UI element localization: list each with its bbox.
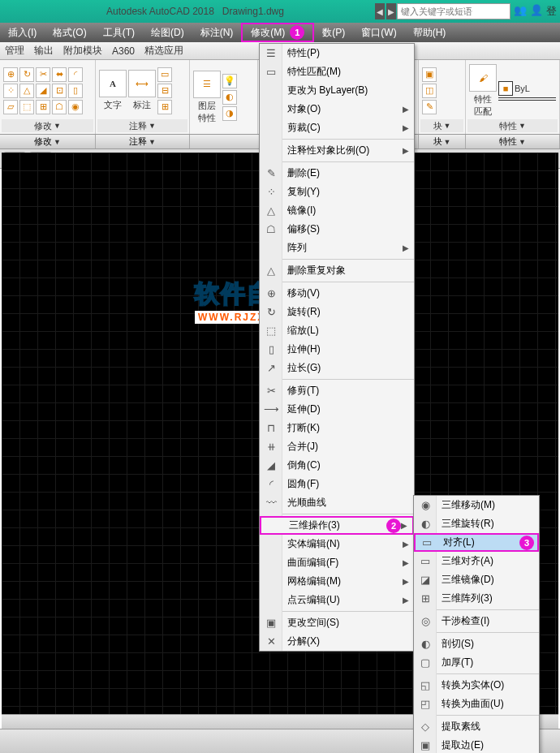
menu-item[interactable]: ⧺合并(J) — [260, 437, 414, 456]
submenu-item[interactable]: ⊞三维阵列(3) — [414, 589, 539, 608]
menu-item[interactable]: ✕分解(X) — [260, 632, 414, 651]
submenu-item[interactable]: ◎干涉检查(I) — [414, 612, 539, 630]
menu-绘图D[interactable]: 绘图(D) — [143, 23, 192, 42]
menu-item-icon: ▯ — [260, 340, 282, 359]
submenu-item[interactable]: ◇提取素线 — [414, 717, 539, 736]
search-input[interactable] — [397, 3, 510, 19]
menu-标注N[interactable]: 标注(N) — [192, 23, 242, 42]
menu-item[interactable]: 对象(O)▶ — [260, 100, 414, 118]
menu-item[interactable]: ◜圆角(F) — [260, 475, 414, 493]
menu-item[interactable]: 更改为 ByLayer(B) — [260, 81, 414, 100]
tool-icon[interactable]: ✂ — [36, 67, 50, 82]
tool-icon[interactable]: ⊡ — [52, 84, 67, 98]
ribbon-tab[interactable]: 附加模块 — [63, 44, 102, 58]
menu-item[interactable]: ↗拉长(G) — [260, 359, 414, 377]
menu-item[interactable]: ↻旋转(R) — [260, 303, 414, 321]
submenu-item[interactable]: ◉三维移动(M) — [414, 496, 539, 514]
submenu-item[interactable]: ▭对齐(L)3 — [414, 533, 539, 552]
menu-工具T[interactable]: 工具(T) — [95, 23, 143, 42]
color-label: ByL — [515, 84, 530, 93]
menu-item[interactable]: △镜像(I) — [260, 201, 414, 220]
nav-right-icon[interactable]: ▶ — [386, 3, 396, 19]
tool-icon[interactable]: ⬌ — [52, 67, 67, 82]
menu-item[interactable]: ⊓打断(K) — [260, 419, 414, 437]
tool-icon[interactable]: ✎ — [422, 100, 437, 114]
menu-数P[interactable]: 数(P) — [314, 23, 353, 42]
tool-icon[interactable]: ◜ — [68, 67, 83, 82]
tool-icon[interactable]: ◫ — [422, 84, 437, 98]
menu-item[interactable]: ▭特性匹配(M) — [260, 62, 414, 81]
menu-item[interactable]: ◢倒角(C) — [260, 456, 414, 475]
ribbon-tab[interactable]: 输出 — [34, 44, 54, 58]
menu-item[interactable]: ☰特性(P) — [260, 44, 414, 62]
menu-插入I[interactable]: 插入(I) — [0, 23, 45, 42]
menu-item[interactable]: 阵列▶ — [260, 239, 414, 257]
submenu-item[interactable]: ▢加厚(T) — [414, 653, 539, 672]
layer-props-button[interactable]: ☰ 图层 特性 — [193, 71, 221, 124]
tool-icon[interactable]: ▯ — [68, 84, 83, 98]
panel-title: 注释▼ — [97, 119, 187, 132]
submenu-item[interactable]: ▭三维对齐(A) — [414, 552, 539, 570]
menu-item-icon: △ — [260, 261, 282, 280]
submenu-item[interactable]: ◐剖切(S) — [414, 635, 539, 653]
tool-icon[interactable]: ▭ — [157, 67, 172, 82]
tool-icon[interactable]: ⊞ — [157, 100, 172, 114]
tool-icon[interactable]: ⊞ — [36, 100, 50, 114]
match-props-button[interactable]: 🖌 特性 匹配 — [469, 64, 497, 118]
submenu-item[interactable]: ◐三维旋转(R) — [414, 514, 539, 533]
tool-icon[interactable]: ⁘ — [3, 84, 18, 98]
menu-item[interactable]: ☖偏移(S) — [260, 220, 414, 239]
menu-item[interactable]: ✎删除(E) — [260, 164, 414, 183]
tool-icon[interactable]: ⊟ — [157, 84, 172, 98]
dim-button[interactable]: ⟷ 标注 — [128, 70, 156, 111]
menu-item[interactable]: ✂修剪(T) — [260, 381, 414, 400]
menu-item[interactable]: ⟶延伸(D) — [260, 400, 414, 419]
login-text[interactable]: 登 — [546, 4, 557, 19]
qat-btn[interactable] — [3, 4, 10, 19]
menu-item[interactable]: ▣更改空间(S) — [260, 613, 414, 632]
tool-icon[interactable]: ↻ — [19, 67, 34, 82]
menu-窗口W[interactable]: 窗口(W) — [353, 23, 404, 42]
tool-icon[interactable]: ◢ — [36, 84, 50, 98]
ribbon-tab[interactable]: 精选应用 — [144, 44, 183, 58]
tool-icon[interactable]: 💡 — [222, 74, 237, 88]
menu-item[interactable]: 〰光顺曲线 — [260, 493, 414, 512]
submenu-item[interactable]: ▣提取边(E) — [414, 736, 539, 753]
menu-item[interactable]: ⁘复制(Y) — [260, 183, 414, 201]
menu-item[interactable]: 曲面编辑(F)▶ — [260, 553, 414, 572]
signin-icon[interactable]: 👤 — [530, 4, 543, 19]
menu-item[interactable]: 网格编辑(M)▶ — [260, 572, 414, 591]
menu-item[interactable]: ⊕移动(V) — [260, 284, 414, 303]
tool-icon[interactable]: ◐ — [222, 90, 237, 105]
ribbon-tab[interactable]: 管理 — [5, 44, 24, 58]
submenu-item[interactable]: ◱转换为实体(O) — [414, 676, 539, 695]
ribbon-tab[interactable]: A360 — [112, 45, 135, 57]
menu-item[interactable]: 剪裁(C)▶ — [260, 118, 414, 137]
tool-icon[interactable]: ⬚ — [19, 100, 34, 114]
tool-icon[interactable]: ⊕ — [3, 67, 18, 82]
menu-item[interactable]: ▯拉伸(H) — [260, 340, 414, 359]
menu-item[interactable]: 实体编辑(N)▶ — [260, 535, 414, 553]
tool-icon[interactable]: ▱ — [3, 100, 18, 114]
submenu-item[interactable]: ◰转换为曲面(U) — [414, 695, 539, 713]
menu-帮助H[interactable]: 帮助(H) — [405, 23, 454, 42]
user-icon[interactable]: 👥 — [514, 4, 527, 19]
menu-item[interactable]: ⬚缩放(L) — [260, 321, 414, 340]
submenu-item[interactable]: ◪三维镜像(D) — [414, 570, 539, 589]
tool-icon[interactable]: ◑ — [222, 106, 237, 121]
menu-item[interactable]: 点云编辑(U)▶ — [260, 591, 414, 609]
menu-item[interactable]: 注释性对象比例(O)▶ — [260, 141, 414, 160]
nav-left-icon[interactable]: ◀ — [375, 3, 385, 19]
menu-item[interactable]: △删除重复对象 — [260, 261, 414, 280]
color-swatch[interactable]: ■ — [498, 81, 513, 96]
menu-格式O[interactable]: 格式(O) — [45, 23, 94, 42]
menu-修改M[interactable]: 修改(M)1 — [241, 23, 314, 42]
menu-item[interactable]: 三维操作(3)2▶ — [260, 516, 414, 535]
text-button[interactable]: A 文字 — [99, 70, 127, 111]
tool-icon[interactable]: △ — [19, 84, 34, 98]
tool-icon[interactable]: ☖ — [52, 100, 67, 114]
lineweight-preview[interactable] — [498, 97, 556, 98]
tool-icon[interactable]: ▣ — [422, 67, 437, 82]
linetype-preview[interactable] — [498, 100, 556, 101]
tool-icon[interactable]: ◉ — [68, 100, 83, 114]
